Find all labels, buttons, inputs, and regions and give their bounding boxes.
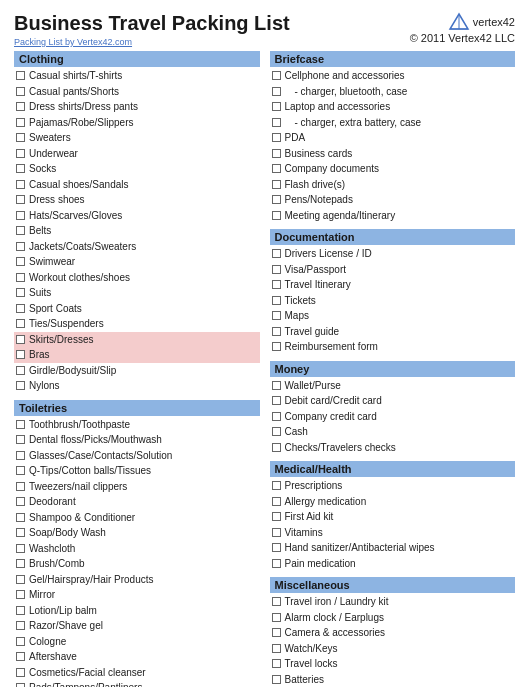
checkbox[interactable] — [272, 102, 281, 111]
checkbox[interactable] — [16, 211, 25, 220]
checkbox[interactable] — [16, 606, 25, 615]
checkbox[interactable] — [272, 249, 281, 258]
checkbox[interactable] — [16, 544, 25, 553]
checkbox[interactable] — [272, 559, 281, 568]
checkbox[interactable] — [16, 257, 25, 266]
checkbox[interactable] — [16, 683, 25, 687]
checkbox[interactable] — [16, 164, 25, 173]
checkbox[interactable] — [16, 149, 25, 158]
item-label: Q-Tips/Cotton balls/Tissues — [29, 464, 258, 478]
item-label: Meeting agenda/Itinerary — [285, 209, 514, 223]
item-label: Cellphone and accessories — [285, 69, 514, 83]
item-label: Company documents — [285, 162, 514, 176]
item-label: Toothbrush/Toothpaste — [29, 418, 258, 432]
header-title-area: Business Travel Packing List Packing Lis… — [14, 12, 290, 47]
list-item: Laptop and accessories — [270, 99, 516, 115]
checkbox[interactable] — [16, 482, 25, 491]
checkbox[interactable] — [16, 102, 25, 111]
checkbox[interactable] — [272, 164, 281, 173]
checkbox[interactable] — [16, 435, 25, 444]
checkbox[interactable] — [272, 296, 281, 305]
checkbox[interactable] — [272, 528, 281, 537]
checkbox[interactable] — [16, 637, 25, 646]
checkbox[interactable] — [272, 195, 281, 204]
checkbox[interactable] — [272, 443, 281, 452]
checkbox[interactable] — [16, 668, 25, 677]
checkbox[interactable] — [272, 675, 281, 684]
list-item: Toothbrush/Toothpaste — [14, 417, 260, 433]
checkbox[interactable] — [272, 342, 281, 351]
checkbox[interactable] — [16, 528, 25, 537]
checkbox[interactable] — [16, 242, 25, 251]
checkbox[interactable] — [16, 319, 25, 328]
section-header: Money — [270, 361, 516, 377]
checkbox[interactable] — [16, 87, 25, 96]
checkbox[interactable] — [272, 211, 281, 220]
checkbox[interactable] — [272, 597, 281, 606]
checkbox[interactable] — [16, 71, 25, 80]
header-link[interactable]: Packing List by Vertex42.com — [14, 37, 132, 47]
checkbox[interactable] — [16, 652, 25, 661]
checkbox[interactable] — [272, 481, 281, 490]
checkbox[interactable] — [272, 327, 281, 336]
checkbox[interactable] — [16, 288, 25, 297]
checkbox[interactable] — [16, 497, 25, 506]
checkbox[interactable] — [16, 335, 25, 344]
item-label: Dress shoes — [29, 193, 258, 207]
checkbox[interactable] — [16, 304, 25, 313]
checkbox[interactable] — [272, 87, 281, 96]
checkbox[interactable] — [16, 559, 25, 568]
checkbox[interactable] — [16, 226, 25, 235]
checkbox[interactable] — [272, 71, 281, 80]
checkbox[interactable] — [272, 543, 281, 552]
checkbox[interactable] — [272, 381, 281, 390]
checkbox[interactable] — [16, 381, 25, 390]
checkbox[interactable] — [16, 575, 25, 584]
list-item: Sport Coats — [14, 301, 260, 317]
checkbox[interactable] — [272, 644, 281, 653]
checkbox[interactable] — [272, 149, 281, 158]
checkbox[interactable] — [272, 280, 281, 289]
checkbox[interactable] — [272, 265, 281, 274]
checkbox[interactable] — [16, 133, 25, 142]
checkbox[interactable] — [272, 512, 281, 521]
list-item: Hand sanitizer/Antibacterial wipes — [270, 540, 516, 556]
list-item: Brush/Comb — [14, 556, 260, 572]
checkbox[interactable] — [16, 420, 25, 429]
checkbox[interactable] — [272, 659, 281, 668]
checkbox[interactable] — [272, 412, 281, 421]
checkbox[interactable] — [16, 451, 25, 460]
checkbox[interactable] — [16, 195, 25, 204]
list-item: Drivers License / ID — [270, 246, 516, 262]
checkbox[interactable] — [272, 613, 281, 622]
checkbox[interactable] — [16, 180, 25, 189]
checkbox[interactable] — [272, 118, 281, 127]
checkbox[interactable] — [16, 350, 25, 359]
checkbox[interactable] — [272, 396, 281, 405]
checkbox[interactable] — [16, 621, 25, 630]
list-item: Girdle/Bodysuit/Slip — [14, 363, 260, 379]
checkbox[interactable] — [16, 118, 25, 127]
checkbox[interactable] — [16, 366, 25, 375]
checkbox[interactable] — [16, 466, 25, 475]
checkbox[interactable] — [272, 180, 281, 189]
item-label: Business cards — [285, 147, 514, 161]
item-label: Bras — [29, 348, 258, 362]
list-item: Tweezers/nail clippers — [14, 479, 260, 495]
item-label: Skirts/Dresses — [29, 333, 258, 347]
checkbox[interactable] — [272, 497, 281, 506]
list-item: Reimbursement form — [270, 339, 516, 355]
list-item: Mirror — [14, 587, 260, 603]
checkbox[interactable] — [272, 311, 281, 320]
list-item: Dental floss/Picks/Mouthwash — [14, 432, 260, 448]
item-label: Company credit card — [285, 410, 514, 424]
checkbox[interactable] — [272, 628, 281, 637]
checkbox[interactable] — [16, 273, 25, 282]
list-item: Suits — [14, 285, 260, 301]
item-label: Batteries — [285, 673, 514, 687]
checkbox[interactable] — [272, 133, 281, 142]
checkbox[interactable] — [16, 513, 25, 522]
checkbox[interactable] — [272, 427, 281, 436]
checkbox[interactable] — [16, 590, 25, 599]
list-item: Company documents — [270, 161, 516, 177]
